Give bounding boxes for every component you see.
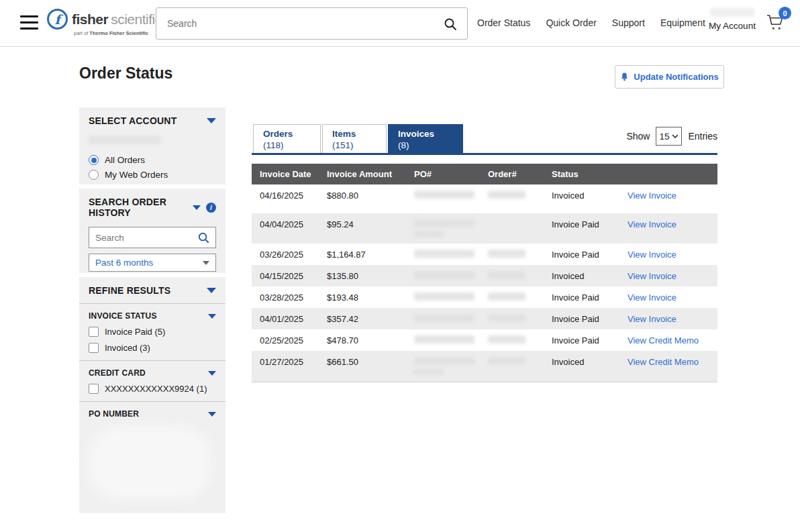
- view-invoice-link[interactable]: View Credit Memo: [628, 357, 699, 367]
- entries-select[interactable]: 15: [656, 127, 682, 146]
- search-icon[interactable]: [197, 231, 210, 247]
- order-status-page: f fisher scientific part of Thermo Fishe…: [0, 0, 800, 532]
- view-invoice-link[interactable]: View Invoice: [628, 191, 677, 201]
- action-cell: View Invoice: [619, 286, 717, 308]
- order-history-search: [89, 227, 216, 248]
- invoice-amount-cell: $880.80: [319, 184, 406, 213]
- nav-quick-order[interactable]: Quick Order: [546, 17, 596, 28]
- po-number-cell: [406, 286, 480, 308]
- table-row: 04/15/2025 $135.80 Invoiced View Invoice: [252, 265, 717, 286]
- redacted-order-number: [488, 335, 526, 343]
- table-row: 01/27/2025 $661.50 Invoiced View Credit …: [252, 351, 717, 382]
- redacted-po-number: [414, 314, 474, 322]
- action-cell: View Invoice: [619, 184, 717, 213]
- top-nav-bar: f fisher scientific part of Thermo Fishe…: [0, 0, 800, 47]
- update-notifications-label: Update Notifications: [634, 72, 718, 82]
- update-notifications-button[interactable]: Update Notifications: [615, 65, 724, 89]
- search-icon[interactable]: [443, 17, 458, 34]
- order-number-cell: [480, 308, 544, 329]
- checkbox-icon: [89, 384, 99, 394]
- redacted-po-number-line2: [414, 231, 444, 237]
- radio-selected-icon: [89, 155, 99, 165]
- po-number-cell: [406, 329, 480, 351]
- order-number-cell: [480, 286, 544, 308]
- nav-order-status[interactable]: Order Status: [477, 17, 530, 28]
- tab-invoices[interactable]: Invoices (8): [388, 124, 463, 153]
- action-cell: View Invoice: [619, 244, 717, 265]
- search-order-history-panel: SEARCH ORDER HISTORY i Past 6 months Cle…: [79, 189, 226, 273]
- invoice-amount-cell: $357.42: [319, 308, 406, 329]
- fisher-scientific-logo[interactable]: f fisher scientific part of Thermo Fishe…: [47, 9, 162, 36]
- bell-icon: [620, 72, 629, 82]
- info-icon[interactable]: i: [206, 203, 216, 213]
- chevron-down-icon[interactable]: [207, 118, 216, 123]
- table-header-row: Invoice Date Invoice Amount PO# Order# S…: [252, 164, 717, 184]
- redacted-po-number: [414, 271, 474, 279]
- order-number-cell: [480, 184, 544, 213]
- order-number-cell: [480, 329, 544, 351]
- my-account-menu[interactable]: My Account: [706, 8, 758, 32]
- status-cell: Invoice Paid: [544, 286, 619, 308]
- cart-count-badge: 0: [779, 7, 791, 19]
- redacted-po-filters: [89, 427, 211, 499]
- select-account-panel: SELECT ACCOUNT All Orders My Web Orders: [79, 107, 226, 184]
- chevron-down-icon[interactable]: [207, 288, 216, 293]
- invoice-date-cell: 03/28/2025: [252, 286, 319, 308]
- refine-results-panel: REFINE RESULTS INVOICE STATUS Invoice Pa…: [79, 277, 226, 513]
- show-label: Show: [626, 131, 650, 142]
- tab-items[interactable]: Items (151): [322, 124, 387, 153]
- cart-button[interactable]: 0: [766, 13, 786, 34]
- checkbox-icon: [89, 343, 99, 353]
- redacted-order-number: [488, 314, 526, 322]
- table-row: 03/26/2025 $1,164.87 Invoice Paid View I…: [252, 244, 717, 265]
- action-cell: View Invoice: [619, 265, 717, 286]
- chevron-down-icon[interactable]: [208, 371, 216, 376]
- redacted-po-number: [414, 219, 474, 227]
- invoice-date-cell: 01/27/2025: [252, 351, 319, 382]
- view-invoice-link[interactable]: View Invoice: [628, 292, 677, 303]
- invoice-amount-cell: $478.70: [319, 329, 406, 351]
- date-range-select[interactable]: Past 6 months: [89, 254, 216, 272]
- invoice-amount-cell: $95.24: [319, 213, 406, 244]
- action-cell: View Invoice: [619, 308, 717, 329]
- redacted-po-number: [414, 357, 474, 365]
- radio-all-orders[interactable]: All Orders: [89, 155, 216, 165]
- view-invoice-link[interactable]: View Credit Memo: [628, 335, 699, 345]
- table-row: 03/28/2025 $193.48 Invoice Paid View Inv…: [252, 286, 717, 308]
- status-cell: Invoiced: [544, 265, 619, 286]
- search-input[interactable]: [156, 8, 438, 39]
- view-invoice-link[interactable]: View Invoice: [628, 271, 677, 281]
- logo-f-icon: f: [47, 9, 68, 30]
- nav-equipment[interactable]: Equipment: [660, 17, 705, 28]
- view-invoice-link[interactable]: View Invoice: [628, 250, 677, 260]
- action-cell: View Credit Memo: [619, 351, 717, 382]
- chevron-down-icon[interactable]: [193, 205, 201, 210]
- order-number-cell: [480, 265, 544, 286]
- col-status: Status: [544, 169, 619, 179]
- tab-orders[interactable]: Orders (118): [253, 124, 321, 153]
- radio-unselected-icon: [89, 170, 99, 180]
- radio-my-web-orders[interactable]: My Web Orders: [89, 170, 216, 180]
- invoice-date-cell: 04/04/2025: [252, 213, 319, 244]
- order-history-search-input[interactable]: [89, 227, 193, 248]
- page-title: Order Status: [79, 64, 172, 83]
- table-row: 04/01/2025 $357.42 Invoice Paid View Inv…: [252, 308, 717, 329]
- view-invoice-link[interactable]: View Invoice: [628, 314, 677, 324]
- invoice-date-cell: 03/26/2025: [252, 244, 319, 265]
- status-cell: Invoiced: [544, 351, 619, 382]
- invoice-amount-cell: $661.50: [319, 351, 406, 382]
- entries-label: Entries: [688, 131, 717, 142]
- filter-credit-card[interactable]: XXXXXXXXXXXX9924 (1): [89, 384, 216, 394]
- refine-results-title: REFINE RESULTS: [89, 285, 170, 296]
- chevron-down-icon[interactable]: [208, 314, 216, 319]
- filter-invoice-paid[interactable]: Invoice Paid (5): [89, 327, 216, 337]
- table-row: 02/25/2025 $478.70 Invoice Paid View Cre…: [252, 329, 717, 351]
- chevron-down-icon[interactable]: [208, 412, 216, 417]
- filter-invoiced[interactable]: Invoiced (3): [89, 343, 216, 353]
- redacted-order-number: [488, 250, 526, 258]
- menu-icon[interactable]: [20, 15, 38, 30]
- table-row: 04/16/2025 $880.80 Invoiced View Invoice: [252, 184, 717, 213]
- po-number-cell: [406, 213, 480, 244]
- view-invoice-link[interactable]: View Invoice: [628, 219, 677, 229]
- nav-support[interactable]: Support: [612, 17, 645, 28]
